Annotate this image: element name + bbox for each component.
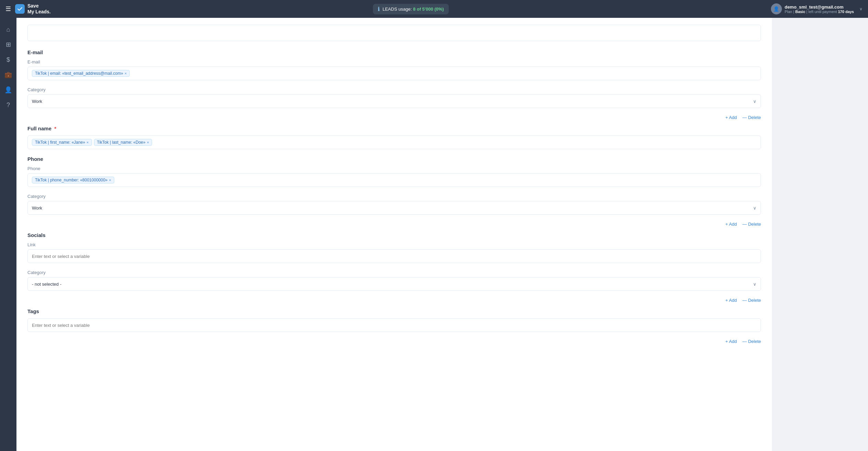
socials-link-input[interactable] [32,254,756,259]
tags-field-group [27,318,761,332]
fullname-chip1: TikTok | first_name: «Jane» × [32,139,92,146]
email-category-chevron: ∨ [753,99,756,104]
top-cutoff-field [27,25,761,41]
socials-link-input-box[interactable] [27,249,761,263]
socials-category-group: Category - not selected - ∨ [27,270,761,291]
user-info: demo_sml_test@gmail.com Plan | Basic | l… [785,4,854,14]
socials-category-chevron: ∨ [753,282,756,287]
phone-chip: TikTok | phone_number: «8001000000» × [32,177,114,183]
email-chip-remove[interactable]: × [125,71,127,75]
phone-input-box[interactable]: TikTok | phone_number: «8001000000» × [27,173,761,187]
email-field-group: E-mail TikTok | email: «test_email_addre… [27,59,761,80]
phone-field-group: Phone TikTok | phone_number: «8001000000… [27,166,761,187]
email-category-group: Category Work ∨ [27,87,761,108]
checkmark-icon [17,6,23,12]
email-section: E-mail E-mail TikTok | email: «test_emai… [27,49,761,120]
phone-category-label: Category [27,194,761,199]
email-delete-button[interactable]: Delete [742,115,761,120]
email-category-select[interactable]: Work ∨ [27,94,761,108]
phone-section: Phone Phone TikTok | phone_number: «8001… [27,156,761,227]
email-field-label: E-mail [27,59,761,64]
leads-usage-panel: ℹ LEADS usage: 8 of 5'000 (0%) [373,4,449,14]
fullname-chip2: TikTok | last_name: «Doe» × [94,139,152,146]
sidebar-item-work[interactable]: 💼 [2,69,14,81]
right-panel [772,18,868,451]
logo-icon [15,4,25,14]
header-left: ☰ Save My Leads. [5,3,51,15]
tags-section: Tags Add Delete [27,308,761,344]
sidebar-item-integrations[interactable]: ⊞ [2,38,14,51]
hamburger-menu[interactable]: ☰ [5,5,11,13]
email-add-button[interactable]: Add [725,115,737,120]
socials-delete-button[interactable]: Delete [742,298,761,303]
phone-field-label: Phone [27,166,761,171]
email-action-row: Add Delete [27,115,761,120]
fullname-section: Full name * TikTok | first_name: «Jane» … [27,126,761,149]
leads-usage-text: LEADS usage: 8 of 5'000 (0%) [383,7,444,12]
email-chip: TikTok | email: «test_email_address@mail… [32,70,130,77]
main-layout: ⌂ ⊞ $ 💼 👤 ? E-mail E-mail TikTok | email… [0,18,868,451]
phone-chip-remove[interactable]: × [109,178,111,182]
tags-input[interactable] [32,323,756,328]
phone-category-group: Category Work ∨ [27,194,761,215]
phone-delete-button[interactable]: Delete [742,222,761,227]
top-header: ☰ Save My Leads. ℹ LEADS usage: 8 of 5'0… [0,0,868,18]
email-category-label: Category [27,87,761,92]
sidebar-item-billing[interactable]: $ [2,54,14,66]
email-input-box[interactable]: TikTok | email: «test_email_address@mail… [27,67,761,80]
avatar: 👤 [771,3,782,14]
tags-input-box[interactable] [27,318,761,332]
user-plan: Plan | Basic | left until payment 170 da… [785,10,854,14]
tags-section-title: Tags [27,308,761,314]
fullname-chip2-remove[interactable]: × [147,140,149,144]
socials-category-select[interactable]: - not selected - ∨ [27,277,761,291]
content-area: E-mail E-mail TikTok | email: «test_emai… [16,18,772,451]
email-section-title: E-mail [27,49,761,55]
sidebar: ⌂ ⊞ $ 💼 👤 ? [0,18,16,451]
fullname-input-box[interactable]: TikTok | first_name: «Jane» × TikTok | l… [27,135,761,149]
fullname-field-group: TikTok | first_name: «Jane» × TikTok | l… [27,135,761,149]
fullname-section-title: Full name * [27,126,761,131]
socials-section: Socials Link Category - not selected - ∨ [27,232,761,303]
socials-section-title: Socials [27,232,761,238]
logo: Save My Leads. [15,3,51,15]
tags-delete-button[interactable]: Delete [742,339,761,344]
sidebar-item-profile[interactable]: 👤 [2,84,14,96]
socials-link-group: Link [27,242,761,263]
socials-action-row: Add Delete [27,298,761,303]
sidebar-item-home[interactable]: ⌂ [2,23,14,36]
form-container: E-mail E-mail TikTok | email: «test_emai… [16,18,772,451]
phone-add-button[interactable]: Add [725,222,737,227]
tags-add-button[interactable]: Add [725,339,737,344]
phone-category-select[interactable]: Work ∨ [27,201,761,215]
tags-action-row: Add Delete [27,339,761,344]
socials-category-label: Category [27,270,761,275]
required-indicator: * [54,126,56,131]
socials-link-label: Link [27,242,761,247]
chevron-down-icon[interactable]: ∨ [859,7,863,11]
header-right: 👤 demo_sml_test@gmail.com Plan | Basic |… [771,3,863,14]
socials-add-button[interactable]: Add [725,298,737,303]
info-icon: ℹ [378,6,380,12]
phone-category-chevron: ∨ [753,205,756,211]
logo-text: Save My Leads. [27,3,51,15]
phone-action-row: Add Delete [27,222,761,227]
sidebar-item-help[interactable]: ? [2,99,14,111]
phone-section-title: Phone [27,156,761,162]
fullname-chip1-remove[interactable]: × [86,140,89,144]
